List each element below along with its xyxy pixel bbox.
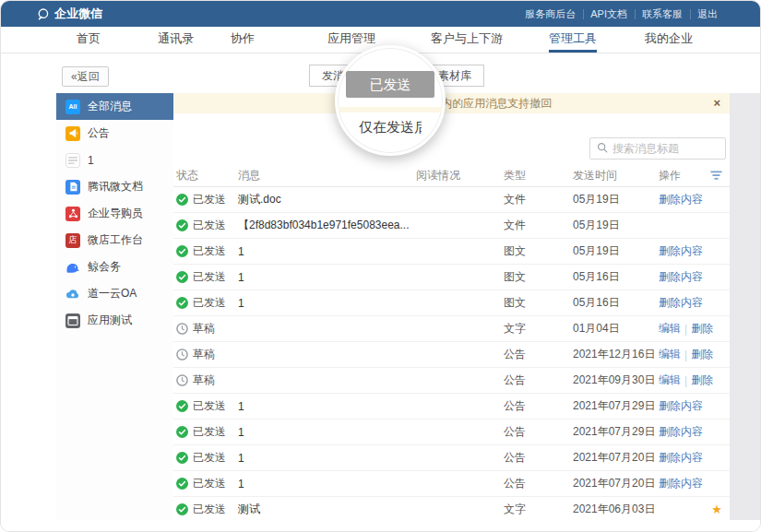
action-link[interactable]: 编辑 [659,347,681,362]
close-icon[interactable]: × [713,93,720,113]
nav-tab-2[interactable]: 通讯录 [158,27,194,53]
status-text: 已发送 [193,502,226,517]
table-row[interactable]: 已发送1公告2021年07月20日删除内容 [173,445,730,471]
action-link[interactable]: 删除 [691,372,713,388]
action-separator: | [684,323,687,336]
status-text: 已发送 [193,398,226,414]
sidebar-item-weidian-workbench[interactable]: 店微店工作台 [56,227,173,254]
status-cell: 草稿 [176,321,238,337]
type-cell: 公告 [504,424,573,440]
action-link[interactable]: 删除内容 [659,398,703,414]
table-row[interactable]: 已发送1图文05月16日删除内容 [173,290,730,316]
nav-tab-1[interactable]: 首页 [77,27,101,53]
sidebar-item-one[interactable]: 1 [56,147,173,173]
status-cell: 已发送 [176,398,238,414]
cloud-icon [65,287,80,301]
doc-icon [65,180,80,195]
sidebar-item-app-test[interactable]: 应用测试 [56,307,173,334]
star-icon[interactable]: ★ [711,502,730,516]
topbar-links: 服务商后台API文档联系客服退出 [517,7,725,21]
topbar-link[interactable]: 服务商后台 [517,7,583,21]
page-background-strip [730,93,761,520]
action-link[interactable]: 删除内容 [659,243,703,259]
nav-tab-6[interactable]: 管理工具 [549,27,597,53]
sidebar-item-announcement[interactable]: 公告 [56,120,173,147]
table-row[interactable]: 已发送1图文05月19日删除内容 [173,239,730,265]
actions-cell: 删除内容 [659,269,730,285]
message-cell: 1 [238,478,416,491]
status-text: 草稿 [193,372,215,388]
message-cell: 1 [238,400,416,413]
type-cell: 图文 [504,295,573,311]
action-link[interactable]: 删除内容 [659,424,703,440]
type-cell: 图文 [504,243,573,259]
sidebar-item-label: 应用测试 [88,313,132,328]
sidebar-item-daoyi-cloud-oa[interactable]: 道一云OA [56,280,173,307]
time-cell: 05月19日 [573,192,659,207]
table-row[interactable]: 已发送1公告2021年07月20日删除内容 [173,471,730,497]
top-bar: 企业微信 服务商后台API文档联系客服退出 [1,1,760,27]
action-link[interactable]: 删除 [691,321,713,337]
table-row[interactable]: 已发送1图文05月16日删除内容 [173,265,730,290]
table-row[interactable]: 已发送1公告2021年07月29日删除内容 [173,420,730,445]
sent-check-icon [176,271,188,283]
action-link[interactable]: 删除内容 [659,269,703,285]
topbar-link[interactable]: 退出 [690,7,725,21]
action-link[interactable]: 删除 [691,347,713,362]
action-link[interactable]: 删除内容 [659,295,703,311]
brand-title: 企业微信 [54,6,102,22]
action-separator: | [684,374,687,387]
sent-check-icon [176,478,188,490]
actions-cell: 删除内容 [659,192,730,207]
column-header: 消息 [238,168,416,183]
status-cell: 已发送 [176,502,238,517]
all-badge-icon: All [65,100,80,114]
time-cell: 2021年07月29日 [573,398,659,414]
column-header: 类型 [504,168,573,183]
table-row[interactable]: 草稿文字01月04日编辑|删除 [173,316,730,342]
app-window: 企业微信 服务商后台API文档联系客服退出 首页通讯录协作应用管理客户与上下游管… [0,0,761,532]
action-link[interactable]: 删除内容 [659,450,703,466]
table-row[interactable]: 已发送【2f8d83bf034b1e971fe5083eea...文件05月19… [173,213,730,239]
nav-tab-5[interactable]: 客户与上下游 [431,27,503,53]
table-row[interactable]: 已发送测试.doc文件05月19日删除内容 [173,187,730,213]
column-header: 状态 [176,168,238,183]
sent-check-icon [176,426,188,438]
status-text: 已发送 [193,218,226,233]
action-link[interactable]: 编辑 [659,372,681,388]
actions-cell: 删除内容 [659,398,730,414]
table-row[interactable]: 已发送1公告2021年07月29日删除内容 [173,394,730,420]
search-input[interactable] [612,142,719,155]
topbar-link[interactable]: API文档 [583,7,635,21]
message-cell: 1 [238,245,416,258]
type-cell: 文件 [504,218,573,233]
sent-check-icon [176,194,188,206]
action-link[interactable]: 删除内容 [659,192,703,207]
filter-icon[interactable] [710,171,730,181]
draft-clock-icon [176,349,188,361]
type-cell: 公告 [504,372,573,388]
sidebar-item-all-messages[interactable]: All全部消息 [56,93,173,120]
status-text: 已发送 [193,243,226,259]
message-cell: 1 [238,426,416,439]
time-cell: 2021年07月20日 [573,476,659,491]
action-link[interactable]: 删除内容 [659,476,703,491]
draft-clock-icon [176,374,188,386]
topbar-link[interactable]: 联系客服 [635,7,690,21]
sidebar-item-tencent-docs[interactable]: 腾讯微文档 [56,173,173,200]
sidebar-item-whale-conference[interactable]: 鲸会务 [56,254,173,280]
sent-check-icon [176,400,188,412]
nav-tab-7[interactable]: 我的企业 [645,27,693,53]
table-row[interactable]: 草稿公告2021年09月30日编辑|删除 [173,368,730,394]
back-button[interactable]: «返回 [62,66,109,87]
table-row[interactable]: 草稿公告2021年12月16日编辑|删除 [173,342,730,368]
table-row[interactable]: 已发送测试文字2021年06月03日★ [173,497,730,520]
table-body: 已发送测试.doc文件05月19日删除内容已发送【2f8d83bf034b1e9… [173,187,730,520]
action-link[interactable]: 编辑 [659,321,681,337]
megaphone-icon [65,126,80,141]
magnified-sent-tab[interactable]: 已发送 [346,71,434,98]
actions-cell: ★ [659,502,730,516]
nav-tab-3[interactable]: 协作 [231,27,255,53]
sidebar-item-enterprise-guide[interactable]: 企业导购员 [56,200,173,227]
status-cell: 已发送 [176,476,238,491]
